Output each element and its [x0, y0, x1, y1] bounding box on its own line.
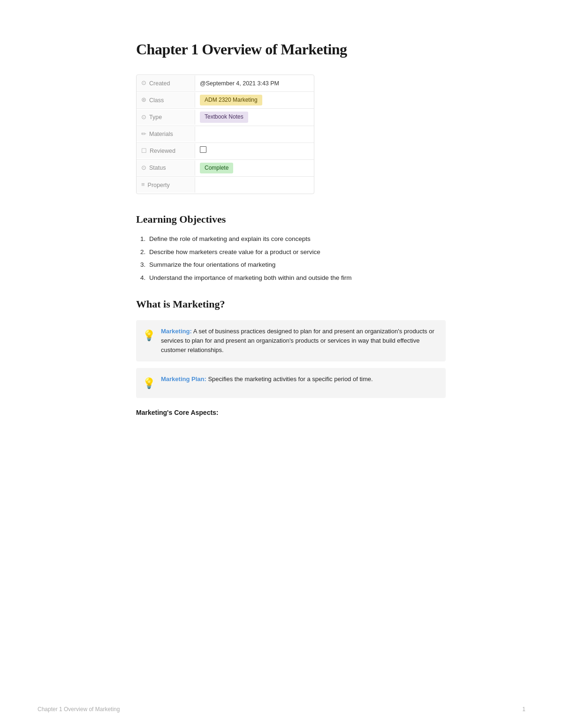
reviewed-checkbox[interactable] [200, 146, 206, 153]
property-value [195, 182, 314, 188]
status-icon: ⊙ [141, 163, 146, 173]
property-label-created: ⊙ Created [137, 75, 195, 91]
class-label-text: Class [149, 96, 164, 105]
property-icon: ≡ [141, 180, 145, 190]
callout-term-marketing: Marketing: [161, 328, 192, 335]
list-item: Describe how marketers create value for … [147, 247, 446, 257]
property-label-property: ≡ Property [137, 177, 195, 193]
page-title: Chapter 1 Overview of Marketing [136, 38, 446, 61]
callout-body-marketing: A set of business practices designed to … [161, 328, 434, 353]
created-value: @September 4, 2021 3:43 PM [195, 76, 314, 91]
callout-box-plan: 💡 Marketing Plan: Specifies the marketin… [136, 368, 446, 398]
bulb-icon-1: 💡 [143, 327, 155, 344]
properties-table: ⊙ Created @September 4, 2021 3:43 PM ⊛ C… [136, 75, 314, 194]
property-row-reviewed: ☐ Reviewed [137, 143, 314, 160]
property-label-status: ⊙ Status [137, 160, 195, 176]
callout-term-plan: Marketing Plan: [161, 375, 206, 383]
core-aspects-heading: Marketing's Core Aspects: [136, 407, 446, 418]
status-label-text: Status [149, 163, 166, 173]
class-value: ADM 2320 Marketing [195, 92, 314, 108]
callout-body-plan: Specifies the marketing activities for a… [208, 375, 373, 383]
materials-value [195, 131, 314, 137]
objectives-list: Define the role of marketing and explain… [136, 234, 446, 283]
gear-icon: ⊛ [141, 95, 146, 105]
materials-label-text: Materials [149, 129, 173, 139]
property-label-materials: ✏ Materials [137, 127, 195, 142]
what-is-marketing-heading: What is Marketing? [136, 296, 446, 312]
property-row-class: ⊛ Class ADM 2320 Marketing [137, 92, 314, 109]
page-footer: Chapter 1 Overview of Marketing 1 [0, 705, 563, 714]
reviewed-label-text: Reviewed [150, 146, 175, 156]
callout-text-plan: Marketing Plan: Specifies the marketing … [161, 375, 373, 384]
property-label-text: Property [148, 180, 170, 190]
status-value: Complete [195, 160, 314, 176]
property-label-type: ⊙ Type [137, 110, 195, 125]
class-tag[interactable]: ADM 2320 Marketing [200, 95, 262, 105]
paperclip-icon: ✏ [141, 129, 146, 139]
property-row-status: ⊙ Status Complete [137, 160, 314, 177]
checkbox-icon: ☐ [141, 146, 147, 156]
list-item: Summarize the four orientations of marke… [147, 260, 446, 270]
status-tag[interactable]: Complete [200, 163, 233, 173]
learning-objectives-heading: Learning Objectives [136, 211, 446, 227]
callout-text-marketing: Marketing: A set of business practices d… [161, 327, 438, 355]
list-item: Define the role of marketing and explain… [147, 234, 446, 244]
type-label-text: Type [149, 113, 162, 122]
list-item: Understand the importance of marketing b… [147, 273, 446, 283]
property-label-class: ⊛ Class [137, 92, 195, 108]
type-icon: ⊙ [141, 113, 146, 122]
reviewed-value[interactable] [195, 143, 314, 158]
property-row-materials: ✏ Materials [137, 126, 314, 143]
type-value: Textbook Notes [195, 109, 314, 125]
footer-page: 1 [522, 705, 525, 714]
property-label-reviewed: ☐ Reviewed [137, 143, 195, 159]
bulb-icon-2: 💡 [143, 375, 155, 391]
property-row-created: ⊙ Created @September 4, 2021 3:43 PM [137, 75, 314, 92]
callout-box-marketing: 💡 Marketing: A set of business practices… [136, 320, 446, 361]
property-row-type: ⊙ Type Textbook Notes [137, 109, 314, 126]
footer-title: Chapter 1 Overview of Marketing [38, 705, 120, 714]
clock-icon: ⊙ [141, 78, 146, 88]
property-row-property: ≡ Property [137, 177, 314, 194]
type-tag[interactable]: Textbook Notes [200, 112, 248, 122]
created-label-text: Created [149, 79, 170, 88]
